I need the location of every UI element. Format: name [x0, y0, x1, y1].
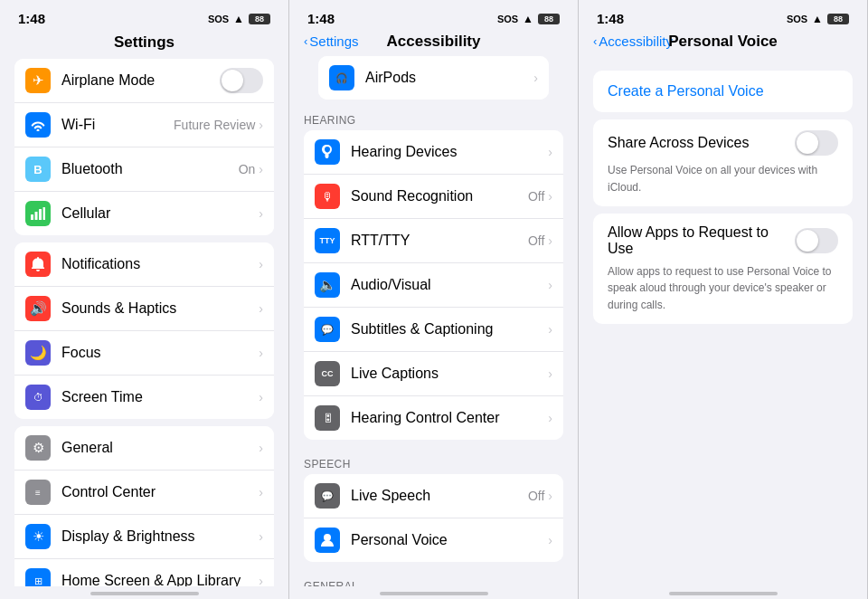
- bluetooth-icon: B: [25, 157, 51, 182]
- list-item-subtitles[interactable]: 💬 Subtitles & Captioning ›: [304, 308, 563, 352]
- general-icon: ⚙: [25, 435, 51, 461]
- allow-apps-toggle[interactable]: [795, 228, 838, 253]
- hearing-group: HEARING Hearing Devices › 🎙 Sound Recogn…: [289, 103, 578, 440]
- list-item-livecaptions[interactable]: CC Live Captions ›: [304, 352, 563, 396]
- list-item-sound-recognition[interactable]: 🎙 Sound Recognition Off ›: [304, 175, 563, 219]
- list-item-sounds[interactable]: 🔊 Sounds & Haptics ›: [14, 287, 274, 331]
- svg-point-5: [324, 534, 331, 541]
- list-item-personalvoice[interactable]: Personal Voice ›: [304, 518, 563, 562]
- wifi-icon-2: ▲: [523, 13, 533, 25]
- svg-rect-3: [43, 207, 46, 220]
- create-personal-voice-link[interactable]: Create a Personal Voice: [608, 83, 764, 99]
- list-item-hearing-devices[interactable]: Hearing Devices ›: [304, 130, 563, 175]
- list-item-notifications[interactable]: Notifications ›: [14, 242, 274, 287]
- status-bar-2: 1:48 SOS ▲ 88: [289, 0, 578, 30]
- general-group: ⚙ General › ≡ Control Center › ☀: [0, 426, 288, 586]
- list-item-display[interactable]: ☀ Display & Brightness ›: [14, 515, 274, 559]
- list-item-focus[interactable]: 🌙 Focus ›: [14, 331, 274, 376]
- allow-apps-card: Allow Apps to Request to Use Allow apps …: [593, 214, 853, 324]
- airplane-icon: ✈: [25, 68, 51, 93]
- svg-rect-1: [35, 212, 38, 220]
- battery-3: 88: [827, 14, 849, 24]
- status-bar-1: 1:48 SOS ▲ 88: [0, 0, 288, 30]
- share-across-toggle[interactable]: [795, 130, 838, 156]
- wifi-icon-3: ▲: [812, 13, 823, 25]
- livecaptions-icon: CC: [315, 361, 340, 386]
- display-icon: ☀: [25, 524, 51, 549]
- status-icons-2: SOS ▲ 88: [497, 13, 560, 25]
- status-bar-3: 1:48 SOS ▲ 88: [579, 0, 867, 30]
- scroll-settings[interactable]: ✈ Airplane Mode Wi-Fi: [0, 59, 288, 586]
- sound-recognition-icon: 🎙: [315, 184, 340, 209]
- focus-icon: 🌙: [25, 340, 51, 366]
- system-list: Notifications › 🔊 Sounds & Haptics › 🌙 F…: [14, 242, 274, 419]
- back-chevron-3: ‹: [593, 34, 597, 48]
- list-item-controlcenter[interactable]: ≡ Control Center ›: [14, 471, 274, 515]
- nav-header-3: ‹ Accessibility Personal Voice: [579, 30, 867, 56]
- system-group: Notifications › 🔊 Sounds & Haptics › 🌙 F…: [0, 242, 288, 419]
- cellular-chevron: ›: [259, 206, 263, 221]
- allow-apps-label: Allow Apps to Request to Use: [608, 224, 795, 257]
- scroll-accessibility[interactable]: 🎧 AirPods › HEARING Hearing Devices: [289, 56, 578, 586]
- list-item-hearingcontrol[interactable]: 🎛 Hearing Control Center ›: [304, 396, 563, 440]
- acc-general-group: GENERAL ⬡ Guided Access Off ›: [289, 569, 578, 586]
- list-item-cellular[interactable]: Cellular ›: [14, 192, 274, 235]
- carrier-1: SOS: [208, 14, 229, 24]
- share-across-desc: Use Personal Voice on all your devices w…: [608, 164, 817, 194]
- list-item-wifi[interactable]: Wi-Fi Future Review ›: [14, 103, 274, 147]
- subtitles-icon: 💬: [315, 317, 340, 342]
- status-icons-1: SOS ▲ 88: [208, 13, 270, 25]
- home-indicator-1[interactable]: [90, 592, 199, 595]
- list-item-homescreen[interactable]: ⊞ Home Screen & App Library ›: [14, 559, 274, 586]
- carrier-2: SOS: [497, 14, 518, 24]
- controlcenter-icon: ≡: [25, 480, 51, 505]
- speech-list: 💬 Live Speech Off › Personal Voice: [304, 474, 563, 562]
- bt-chevron: ›: [259, 162, 263, 176]
- list-item-rtttty[interactable]: TTY RTT/TTY Off ›: [304, 219, 563, 263]
- rtttty-icon: TTY: [315, 228, 340, 253]
- wifi-chevron: ›: [259, 118, 263, 132]
- general-list: ⚙ General › ≡ Control Center › ☀: [14, 426, 274, 586]
- list-item-airplane[interactable]: ✈ Airplane Mode: [14, 59, 274, 103]
- screentime-icon: ⏱: [25, 385, 51, 410]
- list-item-screentime[interactable]: ⏱ Screen Time ›: [14, 376, 274, 419]
- time-1: 1:48: [18, 11, 45, 26]
- page-title-3: Personal Voice: [668, 33, 778, 51]
- list-item-general[interactable]: ⚙ General ›: [14, 426, 274, 471]
- speech-group: SPEECH 💬 Live Speech Off ›: [289, 447, 578, 562]
- page-title-1: Settings: [0, 30, 288, 59]
- notifications-icon: [25, 252, 51, 277]
- share-across-card: Share Across Devices Use Personal Voice …: [593, 119, 853, 206]
- share-across-label: Share Across Devices: [608, 135, 750, 151]
- livespeech-icon: 💬: [315, 483, 340, 509]
- battery-2: 88: [538, 14, 560, 24]
- back-button-2[interactable]: ‹ Settings: [304, 33, 359, 49]
- hearingcontrol-icon: 🎛: [315, 405, 340, 431]
- time-2: 1:48: [307, 11, 335, 26]
- create-personal-voice-card[interactable]: Create a Personal Voice: [593, 71, 853, 112]
- home-indicator-2[interactable]: [380, 592, 488, 595]
- connectivity-list: ✈ Airplane Mode Wi-Fi: [14, 59, 274, 235]
- back-chevron-2: ‹: [304, 34, 307, 48]
- scroll-personal-voice[interactable]: Create a Personal Voice Share Across Dev…: [579, 56, 867, 586]
- speech-label: SPEECH: [289, 447, 578, 474]
- back-label-2: Settings: [309, 33, 358, 49]
- svg-rect-0: [31, 214, 33, 220]
- battery-1: 88: [249, 14, 270, 24]
- airplane-toggle[interactable]: [220, 68, 263, 93]
- carrier-3: SOS: [787, 14, 807, 24]
- panel-accessibility: 1:48 SOS ▲ 88 ‹ Settings Accessibility 🎧…: [289, 0, 579, 599]
- panel-personal-voice: 1:48 SOS ▲ 88 ‹ Accessibility Personal V…: [579, 0, 868, 599]
- hearing-list: Hearing Devices › 🎙 Sound Recognition Of…: [304, 130, 563, 440]
- cellular-icon: [25, 201, 51, 226]
- back-button-3[interactable]: ‹ Accessibility: [593, 33, 673, 49]
- connectivity-group: ✈ Airplane Mode Wi-Fi: [0, 59, 288, 235]
- home-indicator-3[interactable]: [669, 592, 778, 595]
- sounds-icon: 🔊: [25, 296, 51, 321]
- list-item-bluetooth[interactable]: B Bluetooth On ›: [14, 147, 274, 192]
- list-item-livespeech[interactable]: 💬 Live Speech Off ›: [304, 474, 563, 518]
- acc-general-label: GENERAL: [289, 569, 578, 586]
- list-item-audiovisual[interactable]: 🔈 Audio/Visual ›: [304, 263, 563, 308]
- nav-header-2: ‹ Settings Accessibility: [289, 30, 578, 56]
- list-item-airpods[interactable]: 🎧 AirPods ›: [318, 56, 549, 100]
